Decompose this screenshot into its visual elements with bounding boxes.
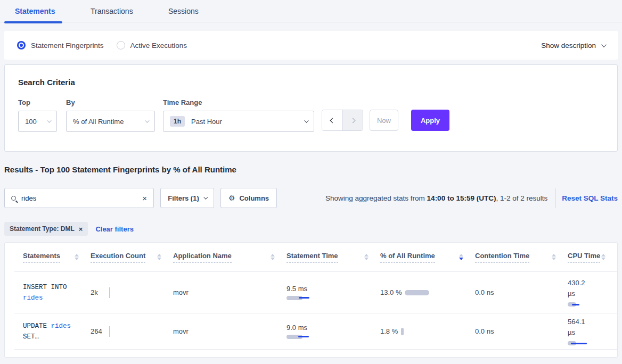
sort-icon[interactable] xyxy=(552,254,556,260)
column-header-label[interactable]: Contention Time xyxy=(475,252,529,263)
sort-desc-icon xyxy=(552,258,556,260)
gear-icon: ⚙ xyxy=(228,194,235,202)
pct-value: 13.0 % xyxy=(380,287,404,297)
column-header-execution-count[interactable]: Execution Count xyxy=(91,252,173,263)
column-header-pct-of-all-runtime[interactable]: % of All Runtime xyxy=(380,252,475,263)
filter-chip-statement-type[interactable]: Statement Type: DML × xyxy=(4,222,88,236)
pct-bar xyxy=(405,290,429,295)
chevron-right-icon xyxy=(350,118,356,123)
aggregated-stats-text: Showing aggregated stats from 14:00 to 1… xyxy=(325,194,547,202)
contention-time-cell: 0.0 ns xyxy=(475,327,568,335)
column-header-statements[interactable]: Statements xyxy=(23,252,91,263)
bar-stddev xyxy=(299,297,309,299)
sort-icon[interactable] xyxy=(75,254,79,260)
sort-asc-icon xyxy=(601,254,605,257)
sort-desc-icon xyxy=(271,258,275,260)
cpu-time-value: 430.2 µs xyxy=(568,278,593,299)
statement-link[interactable]: rides xyxy=(51,322,71,330)
results-toolbar: rides × Filters (1) ⚙ Columns Showing ag… xyxy=(4,188,618,208)
chevron-down-icon xyxy=(47,118,51,122)
top-select-value: 100 xyxy=(25,118,37,126)
sort-asc-icon xyxy=(157,254,161,257)
statement-text: SET… xyxy=(23,333,39,341)
filters-button[interactable]: Filters (1) xyxy=(160,188,214,208)
sort-asc-icon xyxy=(271,254,275,257)
column-header-statement-time[interactable]: Statement Time xyxy=(287,252,380,263)
radio-active-executions[interactable]: Active Executions xyxy=(117,41,187,49)
radio-unselected-icon[interactable] xyxy=(117,41,125,49)
sort-icon[interactable] xyxy=(157,254,161,260)
time-range-value: Past Hour xyxy=(191,118,222,126)
sort-icon[interactable] xyxy=(271,254,275,260)
toolbar-divider xyxy=(555,188,555,208)
sort-asc-icon xyxy=(364,254,369,257)
column-header-label[interactable]: CPU Time xyxy=(568,252,600,263)
tab-statements[interactable]: Statements xyxy=(15,0,73,22)
stats-interval: 14:00 to 15:59 (UTC) xyxy=(427,194,496,202)
statement-time-cell: 9.5 ms xyxy=(287,285,380,301)
time-window-arrows xyxy=(322,110,363,131)
column-header-label[interactable]: % of All Runtime xyxy=(380,252,435,263)
statement-link[interactable]: rides xyxy=(23,294,43,302)
statement-text: INSERT INTO xyxy=(23,284,67,291)
clear-search-icon[interactable]: × xyxy=(142,194,147,203)
remove-filter-icon[interactable]: × xyxy=(79,225,83,233)
chevron-left-icon xyxy=(330,118,335,123)
chevron-down-icon xyxy=(601,42,607,47)
radio-selected-icon[interactable] xyxy=(17,41,26,49)
previous-time-window-button[interactable] xyxy=(322,110,342,130)
time-range-badge: 1h xyxy=(170,116,185,127)
application-name-cell: movr xyxy=(173,288,287,296)
execution-count-bar xyxy=(109,287,110,298)
column-header-label[interactable]: Statements xyxy=(23,252,60,263)
radio-statement-fingerprints[interactable]: Statement Fingerprints xyxy=(17,41,104,49)
pct-bar xyxy=(401,328,404,335)
tab-transactions[interactable]: Transactions xyxy=(91,0,149,22)
column-header-contention-time[interactable]: Contention Time xyxy=(475,252,568,263)
table-inner: Statements Execution Count Application N… xyxy=(14,243,617,358)
search-criteria-controls: Top 100 By % of All Runtime Time Range 1… xyxy=(18,98,604,132)
view-toggle-bar: Statement Fingerprints Active Executions… xyxy=(4,31,618,60)
contention-time-cell: 0.0 ns xyxy=(475,288,568,296)
next-time-window-button[interactable] xyxy=(342,110,363,130)
column-header-cpu-time[interactable]: CPU Time xyxy=(568,252,617,263)
top-tab-bar: Statements Transactions Sessions xyxy=(0,0,622,22)
by-select[interactable]: % of All Runtime xyxy=(66,111,155,132)
stats-suffix: , 1-2 of 2 results xyxy=(496,194,547,202)
show-description-toggle[interactable]: Show description xyxy=(541,42,605,49)
top-label: Top xyxy=(18,98,66,106)
statement-time-value: 9.0 ms xyxy=(287,324,380,332)
time-range-select[interactable]: 1h Past Hour xyxy=(163,111,314,132)
table-row[interactable]: UPDATE rides SET… 264 movr 9.0 ms 1.8 % … xyxy=(14,313,617,349)
reset-sql-stats-link[interactable]: Reset SQL Stats xyxy=(562,194,618,202)
by-label: By xyxy=(66,98,163,106)
search-input[interactable]: rides × xyxy=(4,188,154,208)
active-filters-row: Statement Type: DML × Clear filters xyxy=(4,222,618,236)
sort-icon[interactable] xyxy=(364,254,369,260)
column-header-label[interactable]: Statement Time xyxy=(287,252,338,263)
pct-value: 1.8 % xyxy=(380,327,398,335)
statement-time-bar xyxy=(287,295,380,301)
top-select[interactable]: 100 xyxy=(18,111,57,132)
by-field: By % of All Runtime xyxy=(66,98,163,132)
columns-button-label: Columns xyxy=(239,194,269,202)
tab-sessions[interactable]: Sessions xyxy=(168,0,227,22)
sort-icon-active-desc[interactable] xyxy=(459,254,463,260)
clear-filters-link[interactable]: Clear filters xyxy=(95,225,134,233)
column-header-application-name[interactable]: Application Name xyxy=(173,252,287,263)
search-criteria-title: Search Criteria xyxy=(18,78,604,87)
statement-time-bar xyxy=(287,334,380,340)
chevron-down-icon xyxy=(304,118,308,122)
apply-button[interactable]: Apply xyxy=(411,110,449,131)
time-range-label: Time Range xyxy=(163,98,314,106)
statement-time-cell: 9.0 ms xyxy=(287,324,380,340)
execution-count-value: 2k xyxy=(91,288,98,296)
bar-stddev xyxy=(572,304,579,305)
column-header-label[interactable]: Execution Count xyxy=(91,252,145,263)
columns-button[interactable]: ⚙ Columns xyxy=(220,188,277,208)
sort-icon[interactable] xyxy=(601,254,605,260)
column-header-label[interactable]: Application Name xyxy=(173,252,232,263)
now-button[interactable]: Now xyxy=(370,110,398,131)
top-field: Top 100 xyxy=(18,98,66,132)
table-row[interactable]: INSERT INTO rides 2k movr 9.5 ms 13.0 % … xyxy=(14,271,617,313)
